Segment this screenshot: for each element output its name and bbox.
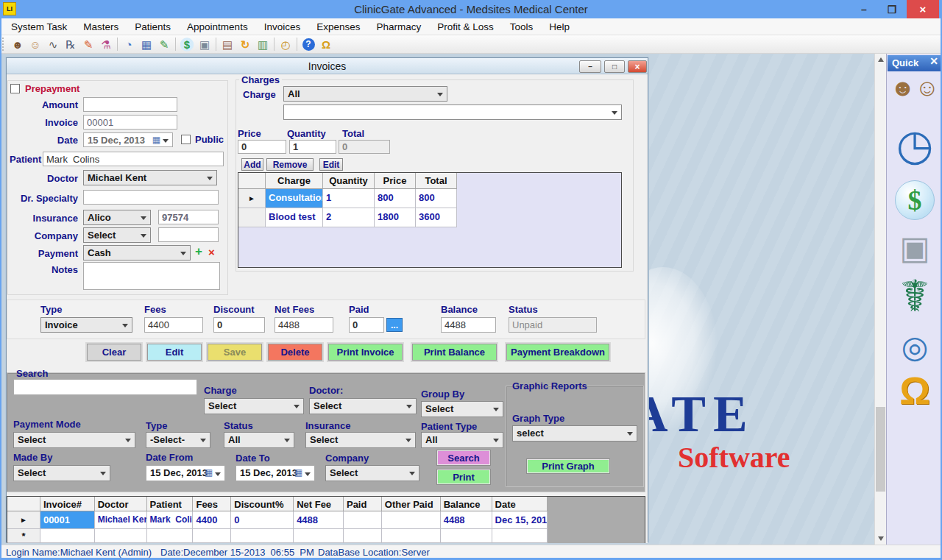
search-company-dropdown[interactable]: Select: [325, 465, 419, 481]
syringe-icon[interactable]: ✎: [79, 37, 97, 52]
company-dropdown[interactable]: Select: [83, 227, 151, 243]
reports-icon[interactable]: ◎: [887, 332, 942, 363]
delete-button[interactable]: Delete: [268, 344, 322, 361]
save-button[interactable]: Save: [208, 344, 262, 361]
price-field[interactable]: [238, 140, 286, 154]
quick-close-icon[interactable]: ✕: [929, 55, 938, 67]
paymode-dropdown[interactable]: Select: [13, 432, 135, 448]
patients-icon[interactable]: ☻☺: [887, 76, 942, 99]
remove-payment-icon[interactable]: ×: [208, 246, 215, 258]
groupby-dropdown[interactable]: Select: [421, 401, 503, 417]
edit-charge-button[interactable]: Edit: [319, 158, 343, 171]
pharmacy-icon[interactable]: ☤: [887, 274, 942, 319]
search-status-dropdown[interactable]: All: [224, 432, 294, 448]
vertical-scrollbar[interactable]: [874, 54, 886, 545]
bell-icon[interactable]: Ω: [887, 372, 942, 410]
search-insurance-dropdown[interactable]: Select: [305, 432, 416, 448]
prepayment-checkbox[interactable]: [10, 84, 20, 93]
edit-button[interactable]: Edit: [147, 344, 202, 361]
dollar-icon[interactable]: $: [887, 180, 942, 220]
menu-masters[interactable]: Masters: [75, 18, 127, 35]
doctor-dropdown[interactable]: Michael Kent: [83, 170, 217, 185]
patient-icon[interactable]: ☺: [26, 37, 44, 52]
paid-field[interactable]: [349, 317, 384, 333]
dateto-picker[interactable]: 15 Dec, 2013 ▦: [236, 465, 315, 481]
patienttype-dropdown[interactable]: All: [421, 432, 503, 448]
menu-tools[interactable]: Tools: [502, 18, 542, 35]
balance-field[interactable]: [441, 317, 496, 333]
search-type-dropdown[interactable]: -Select-: [146, 432, 210, 448]
clear-button[interactable]: Clear: [87, 344, 141, 361]
payment-dropdown[interactable]: Cash: [83, 245, 191, 260]
menu-patients[interactable]: Patients: [127, 18, 179, 35]
microscope-icon[interactable]: ℞: [62, 37, 79, 52]
child-minimize-button[interactable]: –: [579, 60, 601, 73]
insurance-dropdown[interactable]: Alico: [83, 210, 151, 225]
invoice-number-field[interactable]: [83, 115, 177, 130]
total-field[interactable]: [339, 140, 390, 154]
dollar-icon[interactable]: $: [178, 37, 196, 52]
refund-icon[interactable]: ↻: [236, 37, 254, 52]
charge-select-dropdown[interactable]: [283, 104, 622, 120]
invoices-grid-row[interactable]: ► 00001 Michael Kent Mark Colins 4400 0 …: [7, 511, 645, 529]
search-doctor-dropdown[interactable]: Select: [309, 398, 417, 414]
payment-icon[interactable]: ▥: [254, 37, 272, 52]
invoices-grid-new-row[interactable]: *: [7, 529, 645, 543]
print-invoice-button[interactable]: Print Invoice: [328, 344, 403, 361]
remove-charge-button[interactable]: Remove: [266, 158, 314, 171]
bell-icon[interactable]: Ω: [317, 37, 335, 52]
menu-help[interactable]: Help: [541, 18, 578, 35]
menu-invoices[interactable]: Invoices: [256, 18, 309, 35]
child-restore-button[interactable]: □: [604, 60, 625, 73]
safe-icon[interactable]: ▣: [887, 232, 942, 264]
scroll-up-icon[interactable]: [875, 54, 887, 65]
search-input[interactable]: [13, 379, 197, 395]
print-button[interactable]: Print: [437, 469, 490, 484]
add-payment-icon[interactable]: +: [195, 244, 202, 259]
paid-more-button[interactable]: ...: [386, 318, 403, 332]
clock-icon[interactable]: ◷: [887, 124, 942, 166]
restore-button[interactable]: ❐: [880, 0, 904, 18]
payment-breakdown-button[interactable]: Payment Breakdown: [506, 344, 609, 361]
deposit-icon[interactable]: ▣: [196, 37, 213, 52]
scroll-down-icon[interactable]: [875, 533, 887, 545]
menu-expenses[interactable]: Expenses: [308, 18, 368, 35]
patient-field[interactable]: [43, 152, 224, 166]
graphtype-dropdown[interactable]: select: [512, 425, 637, 442]
print-balance-button[interactable]: Print Balance: [412, 344, 497, 361]
scrollbar-thumb[interactable]: [876, 407, 885, 492]
lab-icon[interactable]: ⚗: [97, 37, 115, 52]
ecg-icon[interactable]: ∿: [44, 37, 62, 52]
menu-profit-loss[interactable]: Profit & Loss: [429, 18, 502, 35]
close-button[interactable]: ×: [907, 0, 939, 18]
calendar-icon[interactable]: ▦: [138, 37, 155, 52]
company-number-field[interactable]: [158, 227, 219, 242]
menu-system-task[interactable]: System Task: [3, 18, 75, 35]
charges-grid-row[interactable]: ► Consultation 1 800 800: [238, 189, 621, 208]
minimize-button[interactable]: –: [852, 0, 876, 18]
print-graph-button[interactable]: Print Graph: [527, 459, 609, 473]
alarm-icon[interactable]: ◴: [277, 37, 294, 52]
child-close-button[interactable]: ×: [628, 60, 647, 73]
date-picker[interactable]: 15 Dec, 2013 ▦: [83, 132, 173, 147]
menu-appointments[interactable]: Appointments: [179, 18, 256, 35]
clock-icon[interactable]: ◔: [120, 37, 138, 52]
charges-grid-row[interactable]: Blood test 2 1800 3600: [238, 208, 621, 227]
notes-field[interactable]: [83, 262, 220, 290]
netfees-field[interactable]: [275, 317, 333, 333]
public-checkbox[interactable]: [181, 135, 191, 144]
search-button[interactable]: Search: [437, 450, 490, 465]
patients-icon[interactable]: ☻: [9, 37, 26, 52]
menu-pharmacy[interactable]: Pharmacy: [368, 18, 429, 35]
help-icon[interactable]: ?: [300, 37, 317, 52]
datefrom-picker[interactable]: 15 Dec, 2013 ▦: [146, 465, 225, 481]
add-charge-button[interactable]: Add: [241, 158, 263, 171]
madeby-dropdown[interactable]: Select: [13, 465, 110, 481]
specialty-field[interactable]: [83, 190, 219, 205]
status-field[interactable]: [509, 317, 597, 333]
discount-field[interactable]: [213, 317, 265, 333]
safe-icon[interactable]: ▤: [219, 37, 236, 52]
amount-field[interactable]: [83, 97, 177, 112]
search-charge-dropdown[interactable]: Select: [204, 398, 304, 414]
charge-filter-dropdown[interactable]: All: [283, 86, 447, 102]
